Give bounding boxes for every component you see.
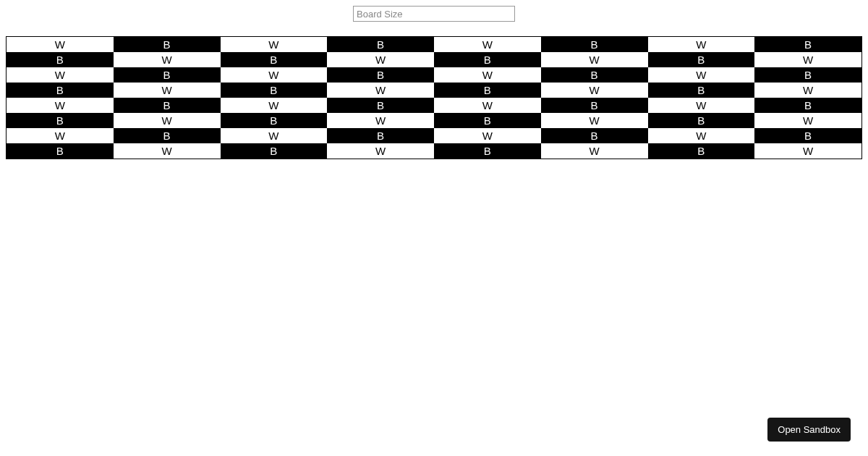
board-cell: B bbox=[754, 98, 861, 113]
board-cell: B bbox=[327, 128, 434, 143]
board-cell: W bbox=[327, 143, 434, 159]
board-cell: B bbox=[221, 83, 328, 98]
board-cell: W bbox=[7, 98, 114, 113]
board-size-input[interactable] bbox=[353, 6, 515, 22]
board-cell: W bbox=[114, 143, 221, 159]
open-sandbox-button[interactable]: Open Sandbox bbox=[767, 418, 851, 442]
board-row: WBWBWBWB bbox=[7, 98, 861, 113]
board-cell: B bbox=[327, 37, 434, 52]
board-row: WBWBWBWB bbox=[7, 128, 861, 143]
board-row: BWBWBWBW bbox=[7, 83, 861, 98]
board-cell: B bbox=[648, 143, 755, 159]
board-cell: W bbox=[754, 113, 861, 128]
board-cell: B bbox=[7, 52, 114, 67]
board-cell: B bbox=[221, 143, 328, 159]
board-row: BWBWBWBW bbox=[7, 143, 861, 159]
board-cell: B bbox=[434, 143, 541, 159]
board-cell: W bbox=[434, 67, 541, 83]
board-cell: W bbox=[754, 83, 861, 98]
board-cell: W bbox=[114, 52, 221, 67]
board-cell: W bbox=[7, 37, 114, 52]
board-cell: W bbox=[327, 113, 434, 128]
board-cell: B bbox=[754, 37, 861, 52]
board-row: BWBWBWBW bbox=[7, 113, 861, 128]
board-cell: W bbox=[648, 37, 755, 52]
board-cell: B bbox=[754, 128, 861, 143]
board-cell: B bbox=[114, 67, 221, 83]
board-cell: B bbox=[434, 113, 541, 128]
board-cell: W bbox=[221, 128, 328, 143]
board-cell: W bbox=[327, 83, 434, 98]
board-row: BWBWBWBW bbox=[7, 52, 861, 67]
board-cell: W bbox=[221, 37, 328, 52]
board-cell: B bbox=[221, 113, 328, 128]
board-cell: B bbox=[541, 98, 648, 113]
board-cell: B bbox=[114, 128, 221, 143]
board-cell: B bbox=[114, 98, 221, 113]
board-row: WBWBWBWB bbox=[7, 37, 861, 52]
board-cell: B bbox=[434, 52, 541, 67]
board-cell: B bbox=[327, 67, 434, 83]
board-cell: B bbox=[541, 67, 648, 83]
board-cell: W bbox=[754, 52, 861, 67]
checkerboard: WBWBWBWBBWBWBWBWWBWBWBWBBWBWBWBWWBWBWBWB… bbox=[6, 36, 862, 159]
board-cell: B bbox=[648, 113, 755, 128]
board-cell: B bbox=[7, 113, 114, 128]
board-cell: W bbox=[7, 67, 114, 83]
board-cell: W bbox=[541, 113, 648, 128]
board-cell: W bbox=[114, 113, 221, 128]
board-cell: W bbox=[434, 37, 541, 52]
board-cell: W bbox=[221, 67, 328, 83]
input-container bbox=[0, 0, 868, 28]
board-cell: W bbox=[221, 98, 328, 113]
board-row: WBWBWBWB bbox=[7, 67, 861, 83]
board-cell: B bbox=[648, 52, 755, 67]
board-cell: W bbox=[541, 52, 648, 67]
board-cell: W bbox=[648, 98, 755, 113]
board-cell: B bbox=[648, 83, 755, 98]
board-cell: W bbox=[114, 83, 221, 98]
board-cell: W bbox=[327, 52, 434, 67]
board-cell: W bbox=[7, 128, 114, 143]
board-cell: W bbox=[541, 143, 648, 159]
board-cell: W bbox=[754, 143, 861, 159]
board-cell: B bbox=[221, 52, 328, 67]
board-cell: B bbox=[541, 37, 648, 52]
board-cell: W bbox=[434, 128, 541, 143]
board-cell: B bbox=[434, 83, 541, 98]
board-cell: B bbox=[7, 143, 114, 159]
board-cell: B bbox=[7, 83, 114, 98]
board-cell: B bbox=[327, 98, 434, 113]
board-cell: B bbox=[114, 37, 221, 52]
board-cell: W bbox=[648, 128, 755, 143]
board-cell: B bbox=[754, 67, 861, 83]
board-cell: W bbox=[648, 67, 755, 83]
board-cell: B bbox=[541, 128, 648, 143]
board-cell: W bbox=[434, 98, 541, 113]
board-cell: W bbox=[541, 83, 648, 98]
